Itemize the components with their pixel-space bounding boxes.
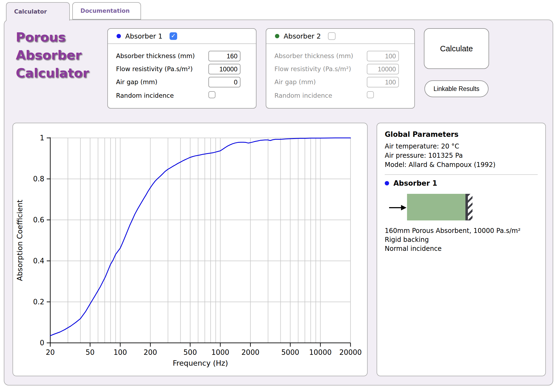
absorber-2-air-gap-input[interactable] (367, 77, 399, 87)
absorber-2-header: Absorber 2 (266, 29, 414, 44)
absorber-construction-diagram (385, 194, 538, 221)
absorber-2-thickness-label: Absorber thickness (mm) (274, 50, 353, 61)
page-title-line: Porous (16, 28, 89, 46)
tab-documentation-label: Documentation (80, 8, 130, 14)
absorber-1-random-incidence-label: Random incidence (116, 90, 174, 101)
porous-absorber-calculator-app: { "tabs": { "calculator": "Calculator", … (0, 0, 557, 392)
absorber-1-legend-dot-icon (385, 181, 389, 185)
y-tick-label: 1 (40, 134, 44, 142)
tab-documentation[interactable]: Documentation (72, 2, 141, 20)
x-tick-label: 100 (114, 348, 127, 356)
air-pressure-line: Air pressure: 101325 Pa (385, 151, 538, 160)
tab-calculator[interactable]: Calculator (6, 2, 70, 21)
absorber-1-flow-resistivity-label: Flow resistivity (Pa.s/m²) (116, 64, 193, 74)
incident-sound-arrow-icon (389, 204, 406, 211)
tab-calculator-label: Calculator (14, 8, 47, 15)
rigid-backing-hatch (468, 194, 472, 220)
y-axis-title: Absorption Coefficient (15, 200, 24, 281)
y-tick-label: 0.4 (33, 257, 44, 265)
absorber-2-flow-resistivity-label: Flow resistivity (Pa.s/m²) (274, 64, 351, 74)
absorber-1-legend: Absorber 1 (385, 179, 538, 187)
absorber-1-legend-name: Absorber 1 (393, 179, 437, 187)
absorber-1-random-incidence-checkbox[interactable] (208, 91, 215, 98)
description-line: Normal incidence (385, 244, 538, 253)
absorber-2-flow-resistivity-input[interactable] (367, 64, 399, 74)
x-tick-label: 20000 (339, 348, 362, 356)
global-parameters-panel: Global Parameters Air temperature: 20 °C… (377, 123, 546, 376)
absorber-1-thickness-input[interactable] (208, 51, 240, 61)
divider (385, 174, 538, 175)
field-row-random-incidence: Random incidence (108, 90, 256, 101)
page-title: Porous Absorber Calculator (16, 28, 89, 82)
field-row-thickness: Absorber thickness (mm) (266, 50, 414, 61)
x-tick-label: 1000 (211, 348, 229, 356)
description-line: 160mm Porous Absorbent, 10000 Pa.s/m² (385, 226, 538, 235)
absorber-2-panel: Absorber 2 Absorber thickness (mm) Flow … (266, 28, 415, 109)
field-row-thickness: Absorber thickness (mm) (108, 50, 256, 61)
field-row-air-gap: Air gap (mm) (266, 77, 414, 87)
x-tick-label: 10000 (309, 348, 332, 356)
x-tick-label: 50 (86, 348, 95, 356)
absorber-2-air-gap-label: Air gap (mm) (274, 77, 316, 87)
absorber-1-air-gap-label: Air gap (mm) (116, 77, 157, 87)
description-line: Rigid backing (385, 235, 538, 244)
absorber-1-name: Absorber 1 (125, 32, 162, 40)
y-tick-label: 0.6 (33, 216, 44, 224)
absorber-2-random-incidence-checkbox[interactable] (367, 91, 374, 98)
x-tick-label: 200 (144, 348, 157, 356)
absorber-1-description: 160mm Porous Absorbent, 10000 Pa.s/m² Ri… (385, 226, 538, 253)
absorber-1-air-gap-input[interactable] (208, 77, 240, 87)
x-axis-title: Frequency (Hz) (173, 359, 228, 367)
x-tick-label: 20 (46, 348, 55, 356)
x-tick-label: 5000 (281, 348, 299, 356)
global-parameters-heading: Global Parameters (385, 130, 538, 138)
field-row-flow-resistivity: Flow resistivity (Pa.s/m²) (266, 64, 414, 74)
checkmark-icon: ✓ (171, 33, 176, 39)
page-title-line: Absorber (16, 46, 89, 64)
linkable-results-button[interactable]: Linkable Results (424, 80, 489, 97)
chart-panel: 00.20.40.60.8120501002005001000200050001… (12, 123, 368, 376)
absorption-curve (50, 138, 351, 336)
field-row-flow-resistivity: Flow resistivity (Pa.s/m²) (108, 64, 256, 74)
absorber-1-panel: Absorber 1 ✓ Absorber thickness (mm) Flo… (107, 28, 256, 109)
absorber-1-dot-icon (117, 34, 121, 38)
x-tick-label: 2000 (242, 348, 259, 356)
absorber-2-dot-icon (275, 34, 279, 38)
absorber-1-thickness-label: Absorber thickness (mm) (116, 50, 195, 61)
model-line: Model: Allard & Champoux (1992) (385, 160, 538, 169)
absorber-2-enable-checkbox[interactable] (328, 32, 336, 40)
absorber-1-enable-checkbox[interactable]: ✓ (170, 32, 177, 40)
absorber-2-thickness-input[interactable] (367, 51, 399, 61)
absorption-chart: 00.20.40.60.8120501002005001000200050001… (13, 123, 367, 376)
air-temperature-line: Air temperature: 20 °C (385, 142, 538, 151)
field-row-random-incidence: Random incidence (266, 90, 414, 101)
y-tick-label: 0 (40, 339, 44, 347)
y-tick-label: 0.2 (33, 298, 44, 306)
page-title-line: Calculator (16, 64, 89, 82)
absorber-1-header: Absorber 1 ✓ (108, 29, 256, 44)
global-parameters-lines: Air temperature: 20 °C Air pressure: 101… (385, 142, 538, 169)
field-row-air-gap: Air gap (mm) (108, 77, 256, 87)
x-tick-label: 500 (183, 348, 197, 356)
absorber-2-random-incidence-label: Random incidence (274, 90, 332, 101)
y-tick-label: 0.8 (33, 175, 44, 183)
absorber-2-name: Absorber 2 (284, 32, 321, 40)
porous-material-swatch (407, 194, 465, 220)
rigid-backing-bar (465, 194, 468, 220)
absorber-1-flow-resistivity-input[interactable] (208, 64, 240, 74)
calculate-button[interactable]: Calculate (424, 28, 489, 69)
